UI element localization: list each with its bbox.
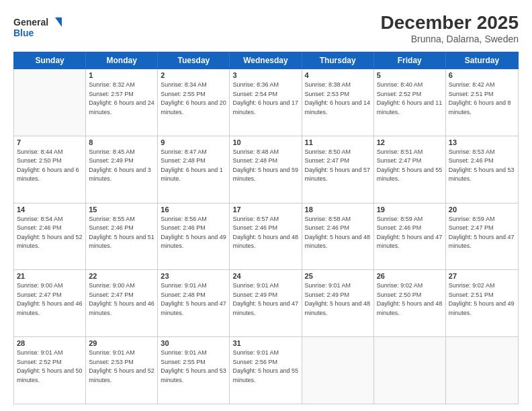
calendar-cell: 3Sunrise: 8:36 AM Sunset: 2:54 PM Daylig… bbox=[230, 69, 302, 136]
calendar-cell: 26Sunrise: 9:02 AM Sunset: 2:50 PM Dayli… bbox=[374, 270, 446, 336]
calendar-row: 28Sunrise: 9:01 AM Sunset: 2:52 PM Dayli… bbox=[14, 337, 518, 404]
calendar-cell bbox=[14, 69, 86, 136]
day-number: 5 bbox=[377, 71, 443, 79]
subtitle: Brunna, Dalarna, Sweden bbox=[381, 34, 519, 44]
calendar-cell: 20Sunrise: 8:59 AM Sunset: 2:47 PM Dayli… bbox=[446, 203, 518, 270]
day-number: 29 bbox=[89, 339, 154, 347]
day-detail: Sunrise: 9:01 AM Sunset: 2:55 PM Dayligh… bbox=[161, 349, 226, 385]
svg-text:Blue: Blue bbox=[13, 28, 34, 38]
day-detail: Sunrise: 9:00 AM Sunset: 2:47 PM Dayligh… bbox=[17, 281, 83, 318]
calendar-cell: 27Sunrise: 9:02 AM Sunset: 2:51 PM Dayli… bbox=[446, 270, 518, 336]
day-number: 30 bbox=[161, 339, 226, 347]
calendar-cell: 9Sunrise: 8:47 AM Sunset: 2:48 PM Daylig… bbox=[158, 136, 230, 203]
day-detail: Sunrise: 8:56 AM Sunset: 2:46 PM Dayligh… bbox=[161, 215, 226, 251]
day-number: 21 bbox=[17, 272, 83, 280]
day-detail: Sunrise: 8:34 AM Sunset: 2:55 PM Dayligh… bbox=[161, 81, 226, 117]
title-block: December 2025 Brunna, Dalarna, Sweden bbox=[381, 12, 519, 44]
day-number: 7 bbox=[17, 138, 83, 146]
calendar-cell bbox=[446, 337, 518, 404]
calendar: SundayMondayTuesdayWednesdayThursdayFrid… bbox=[13, 52, 519, 404]
day-number: 8 bbox=[89, 138, 154, 146]
calendar-cell: 22Sunrise: 9:00 AM Sunset: 2:47 PM Dayli… bbox=[86, 270, 158, 336]
calendar-cell bbox=[302, 337, 374, 404]
day-number: 13 bbox=[449, 138, 515, 146]
day-detail: Sunrise: 9:01 AM Sunset: 2:56 PM Dayligh… bbox=[232, 349, 298, 385]
calendar-cell: 2Sunrise: 8:34 AM Sunset: 2:55 PM Daylig… bbox=[158, 69, 230, 136]
day-detail: Sunrise: 8:54 AM Sunset: 2:46 PM Dayligh… bbox=[17, 215, 83, 251]
day-number: 16 bbox=[161, 205, 226, 214]
day-number: 10 bbox=[232, 138, 298, 146]
calendar-row: 21Sunrise: 9:00 AM Sunset: 2:47 PM Dayli… bbox=[14, 270, 518, 337]
day-number: 22 bbox=[89, 272, 154, 280]
svg-text:General: General bbox=[13, 17, 48, 28]
day-number: 15 bbox=[89, 205, 154, 214]
calendar-cell: 16Sunrise: 8:56 AM Sunset: 2:46 PM Dayli… bbox=[158, 203, 230, 270]
calendar-cell: 5Sunrise: 8:40 AM Sunset: 2:52 PM Daylig… bbox=[374, 69, 446, 136]
day-number: 2 bbox=[161, 71, 226, 79]
day-number: 20 bbox=[449, 205, 515, 214]
day-detail: Sunrise: 8:45 AM Sunset: 2:49 PM Dayligh… bbox=[89, 148, 154, 184]
day-number: 1 bbox=[89, 71, 154, 79]
day-number: 6 bbox=[449, 71, 515, 79]
day-detail: Sunrise: 8:59 AM Sunset: 2:47 PM Dayligh… bbox=[449, 215, 515, 251]
calendar-cell: 30Sunrise: 9:01 AM Sunset: 2:55 PM Dayli… bbox=[158, 337, 230, 404]
day-detail: Sunrise: 8:57 AM Sunset: 2:46 PM Dayligh… bbox=[232, 215, 298, 251]
day-detail: Sunrise: 8:48 AM Sunset: 2:48 PM Dayligh… bbox=[232, 148, 298, 184]
calendar-row: 1Sunrise: 8:32 AM Sunset: 2:57 PM Daylig… bbox=[14, 69, 518, 136]
calendar-row: 7Sunrise: 8:44 AM Sunset: 2:50 PM Daylig… bbox=[14, 136, 518, 203]
calendar-cell: 7Sunrise: 8:44 AM Sunset: 2:50 PM Daylig… bbox=[14, 136, 86, 203]
day-number: 23 bbox=[161, 272, 226, 280]
day-number: 17 bbox=[232, 205, 298, 214]
day-of-week-header: Monday bbox=[86, 52, 158, 68]
calendar-row: 14Sunrise: 8:54 AM Sunset: 2:46 PM Dayli… bbox=[14, 203, 518, 271]
calendar-cell: 25Sunrise: 9:01 AM Sunset: 2:49 PM Dayli… bbox=[302, 270, 374, 336]
day-of-week-header: Wednesday bbox=[230, 52, 302, 68]
day-detail: Sunrise: 8:58 AM Sunset: 2:46 PM Dayligh… bbox=[305, 215, 371, 251]
calendar-cell: 24Sunrise: 9:01 AM Sunset: 2:49 PM Dayli… bbox=[230, 270, 302, 336]
day-detail: Sunrise: 8:40 AM Sunset: 2:52 PM Dayligh… bbox=[377, 81, 443, 117]
day-number: 14 bbox=[17, 205, 83, 214]
calendar-cell: 6Sunrise: 8:42 AM Sunset: 2:51 PM Daylig… bbox=[446, 69, 518, 136]
calendar-cell: 31Sunrise: 9:01 AM Sunset: 2:56 PM Dayli… bbox=[230, 337, 302, 404]
calendar-cell: 17Sunrise: 8:57 AM Sunset: 2:46 PM Dayli… bbox=[230, 203, 302, 270]
day-detail: Sunrise: 9:02 AM Sunset: 2:51 PM Dayligh… bbox=[449, 281, 515, 318]
calendar-cell: 8Sunrise: 8:45 AM Sunset: 2:49 PM Daylig… bbox=[86, 136, 158, 203]
day-of-week-header: Saturday bbox=[446, 52, 518, 68]
calendar-cell: 4Sunrise: 8:38 AM Sunset: 2:53 PM Daylig… bbox=[302, 69, 374, 136]
day-of-week-header: Friday bbox=[374, 52, 446, 68]
day-number: 18 bbox=[305, 205, 371, 214]
day-detail: Sunrise: 9:01 AM Sunset: 2:48 PM Dayligh… bbox=[161, 281, 226, 318]
calendar-cell: 14Sunrise: 8:54 AM Sunset: 2:46 PM Dayli… bbox=[14, 203, 86, 270]
calendar-cell: 19Sunrise: 8:59 AM Sunset: 2:46 PM Dayli… bbox=[374, 203, 446, 270]
day-number: 24 bbox=[232, 272, 298, 280]
svg-marker-2 bbox=[55, 17, 62, 27]
day-detail: Sunrise: 9:01 AM Sunset: 2:49 PM Dayligh… bbox=[232, 281, 298, 318]
calendar-cell: 11Sunrise: 8:50 AM Sunset: 2:47 PM Dayli… bbox=[302, 136, 374, 203]
calendar-cell: 18Sunrise: 8:58 AM Sunset: 2:46 PM Dayli… bbox=[302, 203, 374, 270]
calendar-cell: 10Sunrise: 8:48 AM Sunset: 2:48 PM Dayli… bbox=[230, 136, 302, 203]
day-detail: Sunrise: 9:01 AM Sunset: 2:53 PM Dayligh… bbox=[89, 349, 154, 385]
calendar-cell: 21Sunrise: 9:00 AM Sunset: 2:47 PM Dayli… bbox=[14, 270, 86, 336]
calendar-header: SundayMondayTuesdayWednesdayThursdayFrid… bbox=[13, 52, 519, 69]
calendar-cell bbox=[374, 337, 446, 404]
day-number: 12 bbox=[377, 138, 443, 146]
calendar-body: 1Sunrise: 8:32 AM Sunset: 2:57 PM Daylig… bbox=[13, 69, 519, 404]
day-of-week-header: Tuesday bbox=[158, 52, 230, 68]
day-of-week-header: Sunday bbox=[14, 52, 86, 68]
page: General Blue December 2025 Brunna, Dalar… bbox=[0, 0, 532, 411]
day-number: 11 bbox=[305, 138, 371, 146]
logo: General Blue bbox=[13, 12, 67, 45]
calendar-cell: 23Sunrise: 9:01 AM Sunset: 2:48 PM Dayli… bbox=[158, 270, 230, 336]
day-number: 25 bbox=[305, 272, 371, 280]
logo-icon: General Blue bbox=[13, 12, 67, 42]
calendar-cell: 29Sunrise: 9:01 AM Sunset: 2:53 PM Dayli… bbox=[86, 337, 158, 404]
day-detail: Sunrise: 9:00 AM Sunset: 2:47 PM Dayligh… bbox=[89, 281, 154, 318]
calendar-cell: 13Sunrise: 8:53 AM Sunset: 2:46 PM Dayli… bbox=[446, 136, 518, 203]
day-number: 4 bbox=[305, 71, 371, 79]
day-detail: Sunrise: 8:36 AM Sunset: 2:54 PM Dayligh… bbox=[232, 81, 298, 117]
day-detail: Sunrise: 8:47 AM Sunset: 2:48 PM Dayligh… bbox=[161, 148, 226, 184]
header: General Blue December 2025 Brunna, Dalar… bbox=[13, 12, 519, 45]
day-detail: Sunrise: 8:44 AM Sunset: 2:50 PM Dayligh… bbox=[17, 148, 83, 184]
day-detail: Sunrise: 8:55 AM Sunset: 2:46 PM Dayligh… bbox=[89, 215, 154, 251]
calendar-cell: 12Sunrise: 8:51 AM Sunset: 2:47 PM Dayli… bbox=[374, 136, 446, 203]
